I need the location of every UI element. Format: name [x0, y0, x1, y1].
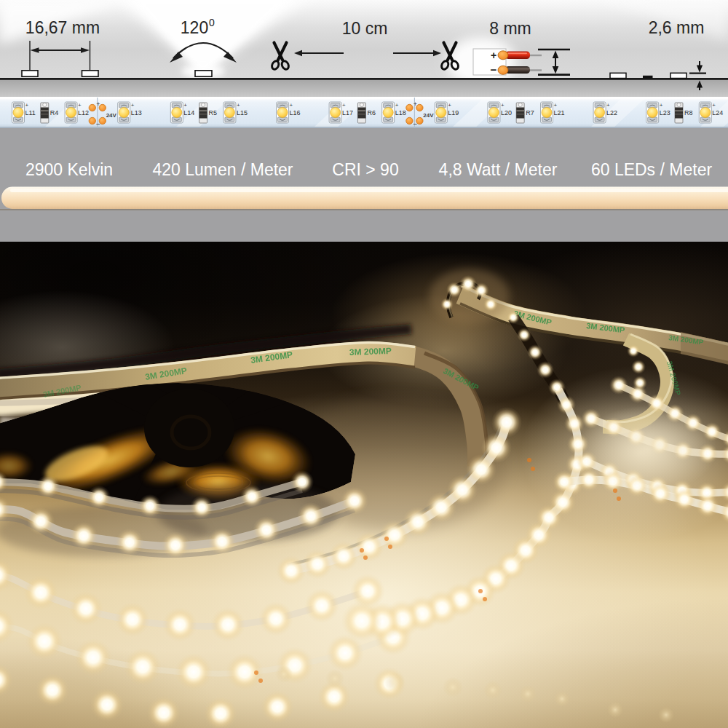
svg-text:R5: R5 — [209, 109, 218, 116]
svg-text:+: + — [78, 102, 82, 108]
svg-text:420 Lumen / Meter: 420 Lumen / Meter — [152, 160, 293, 179]
svg-text:+: + — [131, 102, 135, 108]
svg-text:R4: R4 — [50, 109, 59, 116]
svg-text:L11: L11 — [25, 109, 36, 116]
svg-text:+: + — [96, 100, 100, 108]
svg-text:L24: L24 — [712, 109, 723, 116]
svg-text:L12: L12 — [78, 109, 89, 116]
svg-text:−: − — [491, 63, 497, 76]
svg-text:+: + — [501, 102, 505, 108]
svg-text:R8: R8 — [684, 109, 693, 116]
svg-text:60 LEDs / Meter: 60 LEDs / Meter — [591, 160, 713, 179]
svg-text:24V: 24V — [423, 112, 434, 119]
svg-text:+: + — [491, 50, 496, 61]
svg-text:−: − — [413, 120, 417, 128]
svg-text:0: 0 — [209, 17, 215, 28]
svg-text:L22: L22 — [606, 109, 617, 116]
svg-text:L18: L18 — [395, 109, 406, 116]
svg-text:+: + — [606, 102, 610, 108]
svg-text:+: + — [448, 102, 451, 108]
svg-text:L23: L23 — [660, 109, 670, 116]
svg-text:L17: L17 — [342, 109, 353, 116]
svg-text:−: − — [96, 120, 100, 128]
svg-text:+: + — [554, 102, 558, 108]
svg-text:8 mm: 8 mm — [489, 19, 531, 38]
svg-text:L16: L16 — [290, 109, 301, 116]
svg-text:16,67 mm: 16,67 mm — [25, 18, 100, 37]
svg-text:+: + — [237, 102, 240, 108]
svg-text:+: + — [290, 102, 293, 108]
svg-text:+: + — [395, 102, 399, 108]
svg-text:+: + — [183, 102, 187, 108]
svg-text:2,6 mm: 2,6 mm — [649, 18, 705, 37]
svg-text:R7: R7 — [526, 109, 534, 116]
svg-text:R6: R6 — [367, 109, 376, 116]
svg-text:+: + — [712, 102, 716, 108]
svg-text:3M 200MP: 3M 200MP — [349, 346, 392, 357]
svg-text:L21: L21 — [554, 109, 565, 116]
svg-text:2900 Kelvin: 2900 Kelvin — [25, 160, 113, 179]
svg-text:L13: L13 — [131, 109, 142, 116]
svg-text:L20: L20 — [501, 109, 512, 116]
svg-text:120: 120 — [181, 18, 208, 37]
svg-text:CRI > 90: CRI > 90 — [332, 160, 398, 179]
svg-text:L15: L15 — [237, 109, 248, 116]
svg-text:10 cm: 10 cm — [342, 19, 388, 38]
svg-text:+: + — [660, 102, 663, 108]
svg-text:L19: L19 — [448, 109, 459, 116]
svg-text:+: + — [342, 102, 346, 108]
svg-text:+: + — [414, 100, 417, 108]
svg-text:L14: L14 — [183, 109, 194, 116]
svg-text:4,8 Watt / Meter: 4,8 Watt / Meter — [439, 160, 558, 179]
svg-text:+: + — [25, 102, 29, 108]
svg-text:24V: 24V — [106, 112, 117, 119]
